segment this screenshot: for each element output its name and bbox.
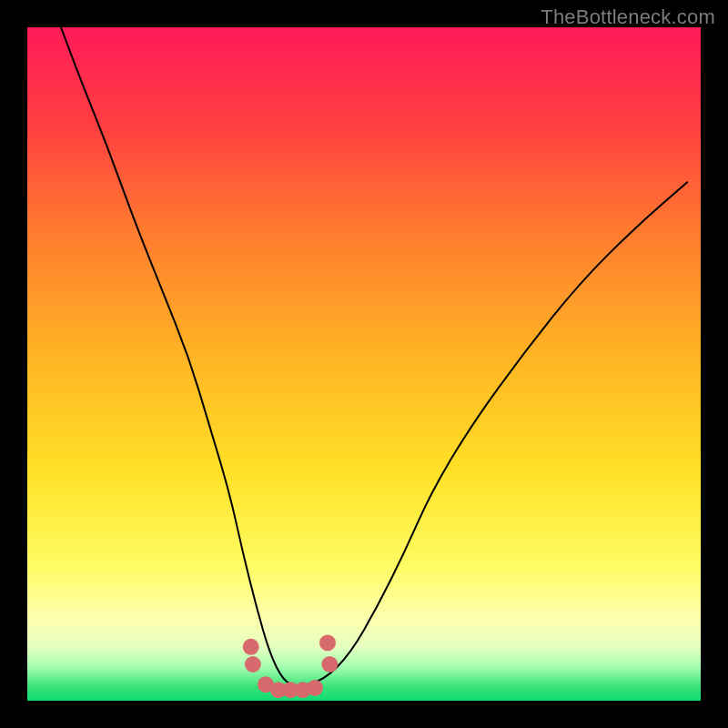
highlight-point [321, 656, 338, 672]
highlight-point [245, 656, 261, 672]
highlight-points-group [243, 634, 339, 698]
chart-svg [27, 27, 701, 701]
highlight-point [243, 639, 259, 655]
highlight-point [307, 680, 323, 696]
highlight-point [319, 634, 336, 651]
plot-area [27, 27, 701, 701]
watermark-text: TheBottleneck.com [541, 5, 715, 29]
bottleneck-curve [61, 27, 687, 685]
